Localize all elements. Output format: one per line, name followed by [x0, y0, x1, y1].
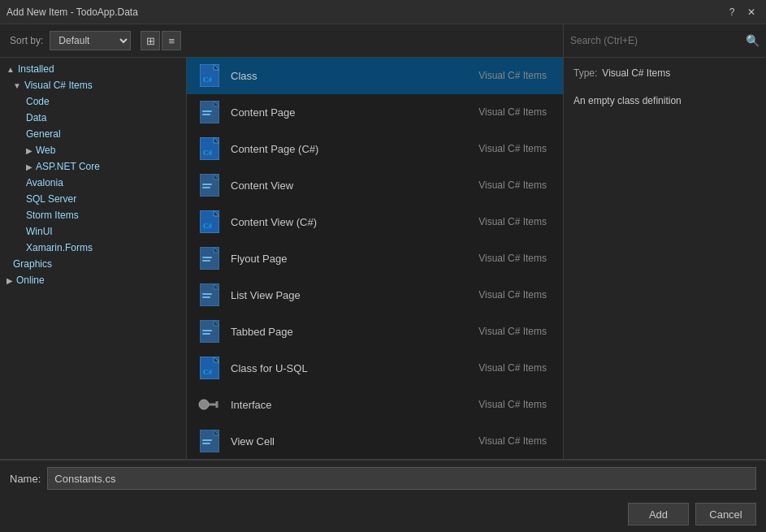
svg-rect-28 — [202, 333, 210, 335]
svg-text:C#: C# — [203, 222, 212, 230]
online-arrow: ▶ — [6, 276, 13, 285]
interface-category: Visual C# Items — [478, 399, 547, 410]
online-label: Online — [16, 275, 45, 286]
item-tabbed-page[interactable]: Tabbed Page Visual C# Items — [187, 314, 563, 350]
tree-stormitems[interactable]: Storm Items — [0, 207, 186, 223]
aspnet-arrow: ▶ — [26, 162, 32, 171]
class-name: Class — [231, 70, 478, 82]
tree-visual-csharp[interactable]: ▼ Visual C# Items — [0, 77, 186, 93]
interface-name: Interface — [231, 399, 478, 411]
item-list-view-page[interactable]: List View Page Visual C# Items — [187, 277, 563, 314]
name-label: Name: — [10, 473, 41, 485]
tree-code[interactable]: Code — [0, 93, 186, 110]
item-content-page[interactable]: Content Page Visual C# Items — [187, 94, 563, 131]
vcsharp-label: Visual C# Items — [24, 80, 93, 91]
window-controls: ? ✕ — [724, 4, 760, 20]
dialog-body: Sort by: Default Name Type ⊞ ≡ 🔍 ▲ — [0, 24, 766, 532]
content-page-cs-name: Content Page (C#) — [231, 143, 478, 155]
list-view-button[interactable]: ≡ — [162, 31, 181, 50]
tree-graphics[interactable]: Graphics — [0, 256, 186, 272]
list-view-page-category: Visual C# Items — [478, 289, 547, 301]
content-view-cs-icon: C# — [197, 209, 223, 235]
cancel-button[interactable]: Cancel — [695, 503, 756, 526]
svg-rect-6 — [202, 114, 210, 115]
title-bar: Add New Item - TodoApp.Data ? ✕ — [0, 0, 766, 24]
installed-arrow: ▲ — [6, 65, 15, 74]
content-page-category: Visual C# Items — [478, 106, 547, 118]
web-label: Web — [36, 145, 55, 156]
view-icons: ⊞ ≡ — [141, 31, 181, 50]
list-view-page-name: List View Page — [231, 289, 478, 301]
content-view-name: Content View — [231, 179, 478, 192]
search-input[interactable] — [570, 35, 741, 46]
bottom-bar: Name: — [0, 460, 766, 496]
help-button[interactable]: ? — [724, 4, 740, 20]
sort-select[interactable]: Default Name Type — [50, 31, 131, 50]
tree-general[interactable]: General — [0, 126, 186, 142]
tree-winui[interactable]: WinUI — [0, 223, 186, 240]
type-value: Visual C# Items — [602, 67, 670, 79]
item-flyout-page[interactable]: Flyout Page Visual C# Items — [187, 240, 563, 277]
svg-rect-37 — [202, 439, 212, 441]
tree-avalonia[interactable]: Avalonia — [0, 175, 186, 191]
tree-installed[interactable]: ▲ Installed — [0, 61, 186, 77]
stormitems-label: Storm Items — [26, 210, 79, 221]
top-bar-wrapper: Sort by: Default Name Type ⊞ ≡ — [0, 24, 563, 58]
tree-xamarin[interactable]: Xamarin.Forms — [0, 240, 186, 256]
interface-icon — [197, 391, 223, 417]
item-class-usql[interactable]: C# Class for U-SQL Visual C# Items — [187, 350, 563, 387]
svg-rect-19 — [202, 257, 212, 258]
tree-online[interactable]: ▶ Online — [0, 272, 186, 288]
aspnet-label: ASP.NET Core — [36, 161, 100, 172]
class-category: Visual C# Items — [478, 70, 547, 81]
content-view-icon — [197, 172, 223, 198]
flyout-page-category: Visual C# Items — [478, 253, 547, 264]
tabbed-page-name: Tabbed Page — [231, 326, 478, 338]
content-page-name: Content Page — [231, 106, 478, 119]
right-panel: Type: Visual C# Items An empty class def… — [563, 58, 766, 459]
description-text: An empty class definition — [573, 93, 756, 108]
code-label: Code — [26, 96, 50, 107]
search-icon[interactable]: 🔍 — [746, 34, 760, 47]
left-panel: ▲ Installed ▼ Visual C# Items Code Data … — [0, 58, 187, 459]
item-view-cell[interactable]: View Cell Visual C# Items — [187, 423, 563, 459]
close-button[interactable]: ✕ — [743, 4, 760, 20]
view-cell-category: Visual C# Items — [478, 435, 547, 447]
content-view-cs-name: Content View (C#) — [231, 216, 478, 228]
svg-rect-38 — [202, 443, 210, 444]
content-page-cs-icon: C# — [197, 136, 223, 162]
item-content-view[interactable]: Content View Visual C# Items — [187, 167, 563, 204]
avalonia-label: Avalonia — [26, 177, 63, 188]
list-view-page-icon — [197, 282, 223, 308]
content-view-cs-category: Visual C# Items — [478, 216, 547, 227]
item-content-view-cs[interactable]: C# Content View (C#) Visual C# Items — [187, 204, 563, 240]
class-usql-category: Visual C# Items — [478, 362, 547, 374]
data-label: Data — [26, 112, 46, 123]
add-button[interactable]: Add — [628, 503, 689, 526]
item-class[interactable]: C# Class Visual C# Items — [187, 58, 563, 94]
tabbed-page-category: Visual C# Items — [478, 326, 547, 337]
item-interface[interactable]: Interface Visual C# Items — [187, 387, 563, 423]
item-content-page-cs[interactable]: C# Content Page (C#) Visual C# Items — [187, 131, 563, 167]
grid-view-button[interactable]: ⊞ — [141, 31, 160, 50]
tree-data[interactable]: Data — [0, 110, 186, 126]
middle-panel: C# Class Visual C# Items — [187, 58, 563, 459]
name-input[interactable] — [47, 467, 756, 490]
top-bar: Sort by: Default Name Type ⊞ ≡ — [0, 24, 563, 58]
dialog-title: Add New Item - TodoApp.Data — [6, 6, 138, 18]
winui-label: WinUI — [26, 226, 53, 237]
header-row: Sort by: Default Name Type ⊞ ≡ 🔍 — [0, 24, 766, 58]
tree-web[interactable]: ▶ Web — [0, 142, 186, 158]
svg-rect-24 — [202, 296, 210, 298]
tree-aspnet[interactable]: ▶ ASP.NET Core — [0, 158, 186, 175]
type-row: Type: Visual C# Items — [573, 67, 756, 89]
general-label: General — [26, 128, 61, 140]
sort-label: Sort by: — [10, 35, 43, 46]
search-bar: 🔍 — [563, 24, 766, 58]
svg-text:C#: C# — [203, 368, 212, 376]
graphics-label: Graphics — [13, 258, 52, 270]
tree-sqlserver[interactable]: SQL Server — [0, 191, 186, 207]
content-page-cs-category: Visual C# Items — [478, 143, 547, 154]
web-arrow: ▶ — [26, 146, 32, 155]
svg-rect-5 — [202, 110, 212, 112]
